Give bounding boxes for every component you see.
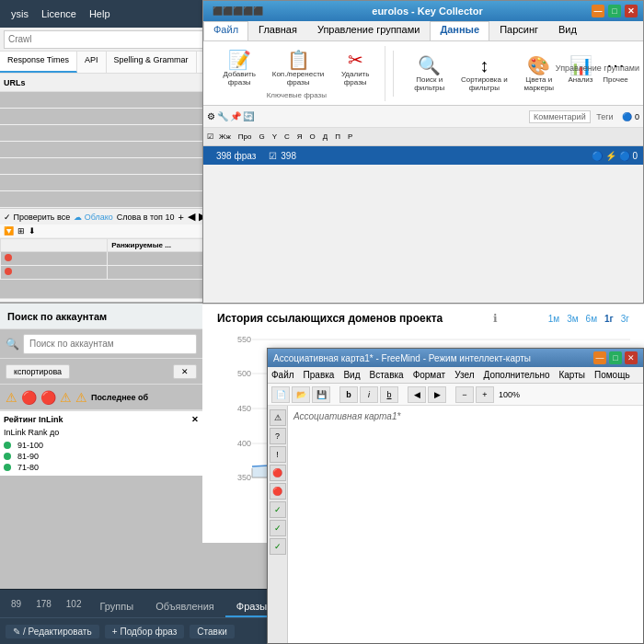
col-header-zh[interactable]: Жж (217, 132, 233, 141)
cloud-btn[interactable]: ☁ Облако (74, 213, 113, 222)
more-btn[interactable]: ⋯ Прочее (599, 52, 632, 95)
fm-menu-help[interactable]: Помощь (594, 370, 630, 380)
fm-side-exclaim[interactable]: ! (270, 446, 286, 463)
fm-tool-fwd[interactable]: ▶ (428, 386, 446, 403)
nav-licence[interactable]: Licence (38, 6, 80, 21)
fm-menu-extra[interactable]: Дополнительно (484, 370, 550, 380)
col-header-r[interactable]: Р (346, 132, 354, 141)
fm-menu-edit[interactable]: Правка (304, 370, 335, 380)
tlink-6m[interactable]: 6м (586, 314, 597, 324)
fm-side-red-1[interactable]: 🔴 (270, 465, 286, 481)
col-header-p[interactable]: П (333, 132, 342, 141)
tab-data[interactable]: Данные (430, 21, 489, 40)
tlink-1m[interactable]: 1м (548, 314, 559, 324)
edit-btn[interactable]: ✎ / Редактировать (6, 625, 99, 638)
kc-maximize-btn[interactable]: □ (608, 5, 621, 17)
check-all-btn[interactable]: ✓ Проверить все (4, 213, 70, 222)
fm-menu-view[interactable]: Вид (343, 370, 360, 380)
search-filter-btn[interactable]: 🔍 Поиск и фильтры (406, 52, 453, 95)
fm-tool-italic[interactable]: i (360, 386, 378, 403)
close-action-btn[interactable]: ✕ (173, 364, 197, 379)
fm-close-btn[interactable]: ✕ (625, 351, 638, 364)
col-header-d[interactable]: Д (321, 132, 329, 141)
col-header-o[interactable]: О (308, 132, 317, 141)
analysis-btn[interactable]: 📊 Анализ (564, 52, 597, 95)
btab-ads[interactable]: Объявления (144, 597, 225, 617)
tlink-3g[interactable]: 3г (621, 314, 629, 324)
nav-help[interactable]: Help (86, 6, 114, 21)
inlink-range-1: 91-100 (4, 441, 199, 450)
toolbar-icon-1[interactable]: ⚙ (207, 111, 215, 121)
fm-tool-new[interactable]: 📄 (271, 386, 290, 403)
toolbar-icon-2[interactable]: 🔧 (217, 111, 228, 121)
kc-minimize-btn[interactable]: — (592, 5, 604, 17)
fm-tool-zoom-in[interactable]: + (476, 386, 494, 403)
filter-icon[interactable]: 🔽 (4, 226, 14, 236)
nav-ysis[interactable]: ysis (7, 6, 32, 21)
kc-toolbar-extra: 🔵 0 (622, 112, 639, 121)
fm-tool-bold[interactable]: b (339, 386, 358, 403)
sort-filter-btn[interactable]: ↕️ Сортировка и фильтры (454, 52, 513, 95)
export-btn[interactable]: кспортирова (6, 364, 70, 379)
toolbar-icon-4[interactable]: 🔄 (243, 111, 254, 121)
col-header-s[interactable]: С (282, 132, 292, 141)
kc-close-btn[interactable]: ✕ (625, 5, 638, 17)
copy-phrases-btn[interactable]: 📋 Коп./перенести фразы (266, 47, 329, 89)
fm-menu: Файл Правка Вид Вставка Формат Узел Допо… (268, 367, 643, 384)
col-header-g[interactable]: G (257, 132, 266, 141)
fm-tool-save[interactable]: 💾 (312, 386, 330, 403)
kc-ribbon: 📝 Добавить фразы 📋 Коп./перенести фразы … (203, 41, 643, 106)
btab-groups[interactable]: Группы (89, 597, 145, 617)
nav-back-icon[interactable]: ◀ (188, 211, 195, 223)
kc-status-icons: 🔵 ⚡ 🔵 0 (592, 151, 638, 161)
fm-menu-format[interactable]: Формат (413, 370, 446, 380)
add-phrase-btn[interactable]: + Подбор фраз (105, 625, 185, 638)
fm-min-btn[interactable]: — (593, 351, 606, 364)
fm-side-check-2[interactable]: ✓ (270, 520, 286, 536)
add-icon[interactable]: + (178, 212, 184, 223)
fm-tool-open[interactable]: 📂 (292, 386, 310, 403)
tlink-3m[interactable]: 3м (567, 314, 578, 324)
fm-menu-file[interactable]: Файл (271, 370, 294, 380)
fm-menu-maps[interactable]: Карты (558, 370, 585, 380)
delete-phrases-label: Удалить фразы (337, 70, 374, 86)
fm-side-check-3[interactable]: ✓ (270, 538, 286, 555)
fm-tool-zoom-out[interactable]: − (455, 386, 474, 403)
top-words-btn[interactable]: Слова в топ 10 (117, 213, 175, 222)
col-header-pro[interactable]: Про (236, 132, 254, 141)
inlink-close[interactable]: ✕ (191, 415, 199, 424)
fm-menu-insert[interactable]: Вставка (369, 370, 403, 380)
tab-comment[interactable]: Комментарий (529, 110, 591, 123)
tab-spelling[interactable]: Spelling & Grammar (107, 52, 197, 73)
col-header-ya[interactable]: Я (295, 132, 305, 141)
add-icon: + (112, 627, 118, 637)
search-input[interactable] (23, 334, 197, 354)
add-label: Подбор фраз (120, 627, 177, 637)
toolbar-icon-3[interactable]: 📌 (230, 111, 241, 121)
fm-side-warn[interactable]: ⚠ (270, 409, 286, 426)
tab-file[interactable]: Файл (203, 21, 248, 40)
tab-view[interactable]: Вид (548, 21, 587, 40)
tab-main[interactable]: Главная (248, 21, 307, 40)
col-header-y[interactable]: Y (270, 132, 279, 141)
tab-api[interactable]: API (77, 52, 107, 73)
fm-tool-back[interactable]: ◀ (408, 386, 426, 403)
fm-side-check-1[interactable]: ✓ (270, 501, 286, 518)
bids-btn[interactable]: Ставки (190, 625, 235, 638)
tlink-1g[interactable]: 1г (604, 314, 614, 324)
fm-tool-underline[interactable]: b (380, 386, 398, 403)
stat-3: 102 (59, 599, 89, 609)
colors-btn[interactable]: 🎨 Цвета и маркеры (516, 52, 562, 95)
fm-side-q[interactable]: ? (270, 428, 286, 444)
tab-parsing[interactable]: Парсинг (489, 21, 548, 40)
delete-phrases-btn[interactable]: ✂ Удалить фразы (332, 47, 379, 89)
tab-response-times[interactable]: Response Times (0, 52, 77, 73)
tab-group-mgmt[interactable]: Управление группами (307, 21, 430, 40)
tab-tags[interactable]: Теги (592, 111, 616, 122)
fm-menu-node[interactable]: Узел (454, 370, 474, 380)
fm-max-btn[interactable]: □ (609, 351, 622, 364)
kc-column-headers: ☑ Жж Про G Y С Я О Д П Р (203, 128, 643, 146)
fm-side-red-2[interactable]: 🔴 (270, 483, 286, 500)
add-phrases-btn[interactable]: 📝 Добавить фразы (214, 47, 264, 89)
download-icon[interactable]: ⬇ (29, 226, 36, 236)
